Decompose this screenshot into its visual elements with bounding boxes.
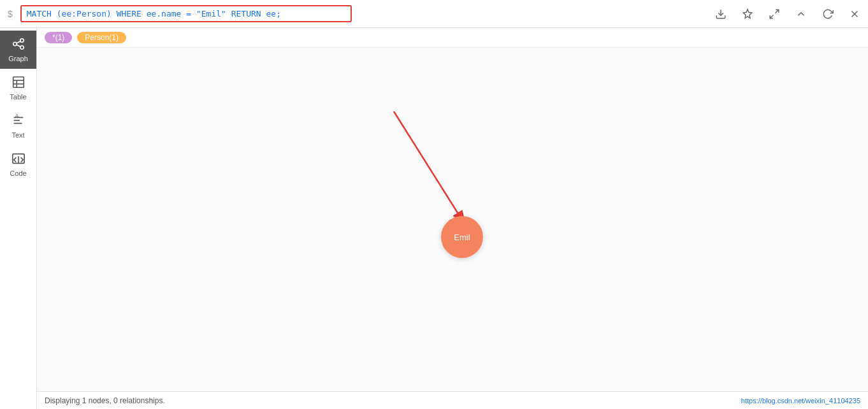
dollar-sign: $ — [5, 9, 15, 19]
sidebar-text-label: Text — [11, 131, 24, 139]
svg-rect-10 — [13, 77, 24, 88]
top-actions — [712, 6, 863, 22]
svg-point-7 — [20, 46, 24, 50]
svg-text:A: A — [15, 113, 19, 119]
sidebar-graph-label: Graph — [8, 55, 28, 62]
filter-row: *(1) Person(1) — [37, 28, 868, 48]
graph-icon — [11, 37, 25, 53]
svg-line-2 — [770, 15, 773, 18]
badge-person[interactable]: Person(1) — [77, 32, 126, 43]
svg-line-1 — [776, 10, 779, 13]
graph-canvas[interactable]: Emil — [37, 48, 868, 391]
text-icon: A — [11, 113, 25, 129]
top-bar: $ — [0, 0, 868, 28]
node-label: Emil — [454, 233, 470, 242]
code-icon — [11, 152, 25, 168]
svg-line-21 — [394, 111, 465, 225]
query-input[interactable] — [20, 5, 352, 22]
svg-line-9 — [17, 45, 20, 47]
status-text: Displaying 1 nodes, 0 relationships. — [45, 396, 165, 405]
sidebar-item-table[interactable]: Table — [0, 69, 36, 107]
status-bar: Displaying 1 nodes, 0 relationships. htt… — [37, 391, 868, 409]
chevron-up-button[interactable] — [793, 6, 809, 22]
sidebar-item-code[interactable]: Code — [0, 145, 36, 183]
sidebar-code-label: Code — [10, 169, 26, 177]
svg-line-8 — [17, 41, 20, 43]
status-link: https://blog.csdn.net/weixin_41104235 — [741, 397, 860, 405]
sidebar-item-graph[interactable]: Graph — [0, 31, 36, 69]
main-area: Graph Table A Text — [0, 28, 868, 409]
graph-wrapper: *(1) Person(1) Emil — [37, 28, 868, 409]
refresh-button[interactable] — [820, 6, 836, 22]
sidebar-item-text[interactable]: A Text — [0, 107, 36, 145]
sidebar: Graph Table A Text — [0, 28, 37, 409]
sidebar-table-label: Table — [10, 93, 26, 101]
arrow-container: Emil — [349, 105, 502, 258]
node-emil[interactable]: Emil — [441, 216, 483, 258]
pin-button[interactable] — [739, 6, 756, 22]
close-button[interactable] — [846, 6, 863, 22]
expand-button[interactable] — [766, 6, 783, 22]
svg-point-5 — [13, 42, 17, 46]
table-icon — [11, 75, 25, 91]
svg-point-6 — [20, 39, 24, 43]
badge-all[interactable]: *(1) — [45, 32, 72, 43]
download-button[interactable] — [712, 6, 729, 22]
